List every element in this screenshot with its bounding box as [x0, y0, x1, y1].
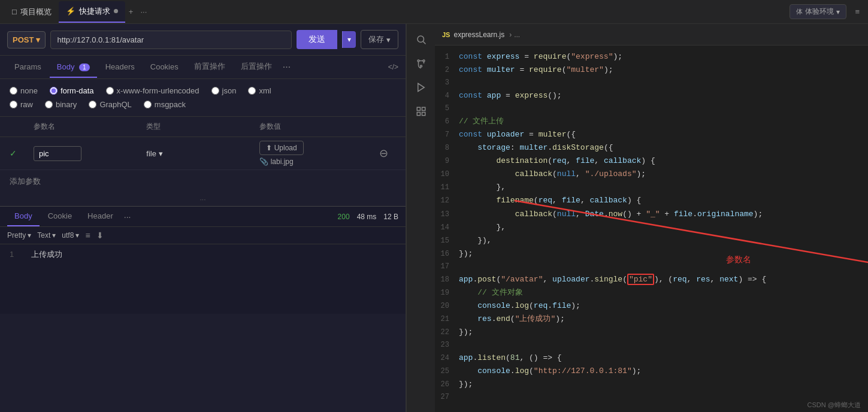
line-number: 8: [435, 143, 459, 154]
col-param-type: 类型: [146, 122, 259, 132]
format-select[interactable]: Text ▾: [37, 231, 56, 240]
body-opt-msgpack[interactable]: msgpack: [144, 100, 186, 109]
main-layout: POST ▾ 发送 ▾ 保存 ▾ Params Body 1 Headers C…: [0, 24, 868, 412]
env-selector[interactable]: 体 体验环境 ▾: [790, 4, 846, 19]
response-area: Body Cookie Header ··· 200 48 ms 12 B Pr…: [0, 206, 406, 314]
remove-param-button[interactable]: ⊖: [372, 147, 396, 160]
encoding-select[interactable]: utf8 ▾: [62, 231, 79, 240]
param-check-cell: ✓: [10, 149, 34, 158]
line-content: // 文件上传: [459, 116, 868, 128]
code-line: 14 },: [435, 221, 868, 234]
svg-point-3: [423, 60, 425, 62]
code-line: 13 callback(null, Date.now() + "_" + fil…: [435, 208, 868, 221]
param-type-label: file: [146, 149, 156, 158]
param-type-chevron-icon[interactable]: ▾: [159, 149, 163, 158]
line-content: });: [459, 378, 868, 390]
body-opt-binary[interactable]: binary: [45, 100, 77, 109]
body-opt-urlencoded[interactable]: x-www-form-urlencoded: [106, 86, 199, 95]
body-opt-raw[interactable]: raw: [10, 100, 33, 109]
upload-icon: ⬆: [266, 144, 272, 152]
line-content: destination(req, file, callback) {: [459, 155, 868, 167]
filename: expressLearn.js: [453, 31, 504, 39]
save-button[interactable]: 保存 ▾: [361, 30, 398, 49]
body-opt-formdata[interactable]: form-data: [50, 86, 94, 95]
line-number: 13: [435, 209, 459, 220]
tab-item-overview[interactable]: □ 项目概览: [5, 1, 59, 23]
body-opt-xml[interactable]: xml: [248, 86, 271, 95]
code-line: 10 callback(null, "./uploads");: [435, 168, 868, 181]
pretty-chevron-icon: ▾: [28, 231, 31, 240]
req-tab-body[interactable]: Body 1: [50, 57, 97, 78]
hamburger-icon[interactable]: ≡: [851, 7, 863, 16]
pretty-select[interactable]: Pretty ▾: [7, 231, 31, 240]
method-select[interactable]: POST ▾: [7, 31, 46, 49]
param-name-input[interactable]: [34, 146, 81, 161]
add-param-btn[interactable]: 添加参数: [0, 170, 406, 193]
req-tab-post[interactable]: 后置操作: [234, 56, 279, 78]
sidebar-icon-grid[interactable]: [410, 101, 432, 122]
req-tab-headers[interactable]: Headers: [98, 57, 142, 78]
line-content: storage: multer.diskStorage({: [459, 142, 868, 154]
tab-item-quickreq[interactable]: ⚡ 快捷请求: [59, 1, 125, 23]
resp-tab-body[interactable]: Body: [7, 207, 40, 226]
format-chevron-icon: ▾: [52, 231, 56, 240]
line-number: 18: [435, 274, 459, 286]
line-number: 26: [435, 379, 459, 390]
body-opt-graphql[interactable]: GraphQL: [89, 100, 131, 109]
params-table-header: 参数名 类型 参数值: [0, 117, 406, 137]
breadcrumb-separator: ›: [509, 31, 512, 39]
code-line: 3: [435, 77, 868, 89]
req-tab-pre[interactable]: 前置操作: [187, 56, 232, 78]
param-type-cell: file ▾: [146, 149, 259, 158]
file-badge: 📎 labi.jpg: [259, 157, 372, 166]
send-arrow-button[interactable]: ▾: [342, 31, 356, 48]
req-tabs: Params Body 1 Headers Cookies 前置操作 后置操作 …: [0, 56, 406, 79]
line-number: 19: [435, 287, 459, 299]
code-panel: JS expressLearn.js › ... 1const express …: [435, 24, 868, 412]
code-line: 25 console.log("http://127.0.0.1:81");: [435, 365, 868, 378]
line-number: 24: [435, 353, 459, 364]
line-number: 16: [435, 249, 459, 260]
line-number: 6: [435, 116, 459, 128]
sidebar-icon-search[interactable]: [410, 29, 432, 50]
tab-dot: [114, 9, 118, 13]
code-line: 4const app = express();: [435, 89, 868, 102]
wrap-icon[interactable]: ≡: [85, 231, 90, 240]
resp-tab-header[interactable]: Header: [80, 207, 120, 226]
response-time: 48 ms: [357, 213, 377, 221]
download-icon[interactable]: ⬇: [96, 231, 104, 240]
body-opt-json[interactable]: json: [211, 86, 237, 95]
tab-bar-right: 体 体验环境 ▾ ≡: [790, 4, 863, 19]
line-content: app.listen(81, () => {: [459, 352, 868, 364]
code-line: 27: [435, 391, 868, 404]
quickreq-icon: ⚡: [66, 7, 75, 16]
upload-button[interactable]: ⬆ Upload: [259, 141, 304, 155]
send-button[interactable]: 发送: [297, 30, 337, 49]
body-options: none form-data x-www-form-urlencoded jso…: [0, 79, 406, 117]
line-number: 1: [435, 51, 459, 63]
line-number: 2: [435, 65, 459, 76]
line-number: 9: [435, 156, 459, 167]
req-tabs-more-icon[interactable]: ···: [283, 62, 291, 72]
line-content: const multer = require("multer");: [459, 64, 868, 76]
url-input[interactable]: [50, 31, 292, 49]
req-tab-params[interactable]: Params: [7, 57, 49, 78]
more-tabs-btn[interactable]: ···: [137, 7, 150, 16]
save-chevron-icon: ▾: [386, 35, 391, 44]
line-number: 15: [435, 235, 459, 247]
sidebar-icon-run[interactable]: [410, 77, 432, 98]
code-line: 8 storage: multer.diskStorage({: [435, 141, 868, 154]
resp-tab-cookie[interactable]: Cookie: [41, 207, 79, 226]
add-tab-btn[interactable]: +: [125, 7, 137, 16]
line-content: callback(null, "./uploads");: [459, 168, 868, 180]
svg-rect-7: [422, 107, 425, 110]
req-tab-cookies[interactable]: Cookies: [143, 57, 186, 78]
line-content: callback(null, Date.now() + "_" + file.o…: [459, 208, 868, 220]
resp-tabs-more-icon[interactable]: ···: [124, 212, 131, 222]
code-icon[interactable]: </>: [388, 63, 398, 71]
param-check-icon[interactable]: ✓: [10, 149, 17, 158]
svg-point-0: [418, 36, 424, 43]
body-opt-none[interactable]: none: [10, 86, 38, 95]
env-icon: 体: [796, 7, 803, 16]
sidebar-icon-git[interactable]: [410, 53, 432, 74]
